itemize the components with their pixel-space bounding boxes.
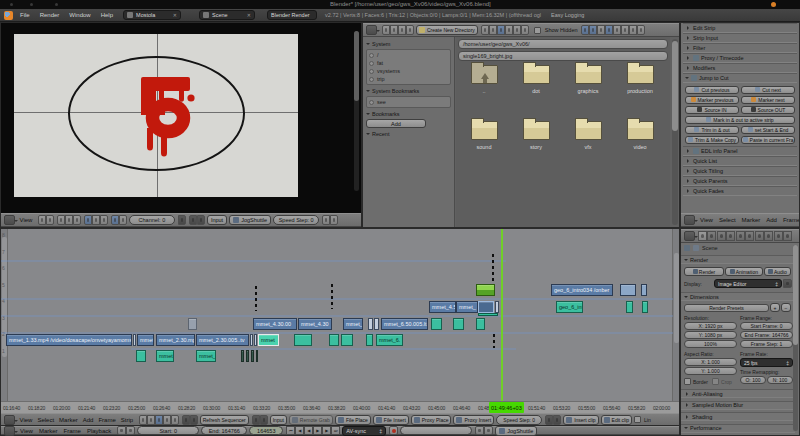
toggle-icon[interactable] xyxy=(92,215,100,225)
menu-window[interactable]: Window xyxy=(64,12,95,18)
folder-item[interactable]: video xyxy=(614,121,666,150)
toggle-icon[interactable] xyxy=(73,215,81,225)
panel-jump-to-cut[interactable]: Jump to Cut xyxy=(683,73,797,83)
jump-button[interactable]: Trim & Make Copy xyxy=(685,136,739,145)
strip[interactable]: mmet xyxy=(156,350,174,362)
strip[interactable]: mmet_4.30 xyxy=(298,318,332,330)
filename-field[interactable]: single169_bright.jpg xyxy=(458,51,668,61)
editor-type-icon[interactable] xyxy=(4,215,15,225)
strip[interactable] xyxy=(254,334,257,346)
snap-icon[interactable] xyxy=(189,215,197,225)
system-item[interactable]: / xyxy=(369,51,448,59)
strip[interactable] xyxy=(136,350,146,362)
filter-image-icon[interactable] xyxy=(597,25,605,35)
folder-item[interactable]: production xyxy=(614,65,666,94)
filter-movie-icon[interactable] xyxy=(605,25,613,35)
animation-button[interactable]: Animation xyxy=(725,267,763,276)
seq-button[interactable]: File Insert xyxy=(373,415,409,425)
sequencer-canvas[interactable]: 87654321 geo_6_intro034 /onbermmet_4.5mm… xyxy=(1,229,679,401)
blender-icon[interactable] xyxy=(4,11,13,20)
up-icon[interactable] xyxy=(398,25,406,35)
speed-step-slider[interactable]: Speed Step: 0 xyxy=(273,215,319,225)
aspect-y-field[interactable]: Y: 1.000 xyxy=(684,367,737,375)
strip[interactable] xyxy=(368,318,373,330)
bookmarks-header[interactable]: Bookmarks xyxy=(366,111,451,117)
toggle-icon[interactable] xyxy=(171,415,179,425)
editor-type-icon[interactable] xyxy=(4,426,15,436)
strip[interactable]: mmet_1.33.mp4 /video/dosacape/onvetyayam… xyxy=(6,334,132,346)
strip[interactable]: geo_6_intro034 /onber xyxy=(551,284,613,296)
constraints-tab[interactable] xyxy=(736,231,745,241)
system-bookmarks-header[interactable]: System Bookmarks xyxy=(366,88,451,94)
strip[interactable] xyxy=(133,334,136,346)
av-sync-dropdown[interactable]: AV-sync‡ xyxy=(342,426,386,436)
aspect-x-field[interactable]: X: 1.000 xyxy=(684,358,737,366)
jump-button[interactable]: Cut next xyxy=(741,86,795,95)
editor-type-icon[interactable] xyxy=(684,215,695,225)
timeline-marker[interactable] xyxy=(493,334,495,348)
strip[interactable]: geo_6_int xyxy=(556,301,583,313)
strip[interactable] xyxy=(250,334,253,346)
system-panel-header[interactable]: System xyxy=(366,41,451,47)
filter-blend-icon[interactable] xyxy=(589,25,597,35)
strip[interactable]: mmet xyxy=(137,334,154,346)
toggle-icon[interactable] xyxy=(57,215,65,225)
panel-quick-titling[interactable]: Quick Titling xyxy=(683,166,797,176)
sequencer-scrollbar[interactable] xyxy=(672,229,679,401)
panel-strip-input[interactable]: Strip Input xyxy=(683,33,797,43)
strip[interactable] xyxy=(294,334,312,346)
render-button[interactable]: Render xyxy=(684,267,724,276)
remote-grab-button[interactable]: Remote Grab xyxy=(289,415,333,425)
snap-icon[interactable] xyxy=(182,415,190,425)
panel-quick-parents[interactable]: Quick Parents xyxy=(683,176,797,186)
jump-end-button[interactable]: ⏭ xyxy=(331,426,340,435)
long-list-icon[interactable] xyxy=(489,25,497,35)
pin-icon[interactable] xyxy=(178,215,186,225)
menu-file[interactable]: File xyxy=(15,12,35,18)
toggle-icon[interactable] xyxy=(84,215,92,225)
render-engine-selector[interactable]: Blender Render xyxy=(267,10,317,20)
system-item[interactable]: vsystems xyxy=(369,67,448,75)
toggle-icon[interactable] xyxy=(65,215,73,225)
resolution-x-field[interactable]: X: 1920 px xyxy=(684,322,737,330)
menu-render[interactable]: Render xyxy=(35,12,65,18)
strip[interactable]: mmet_4.30.00 xyxy=(253,318,297,330)
render-tab[interactable] xyxy=(698,231,707,241)
view-menu[interactable]: View xyxy=(17,217,35,223)
filter-folder-icon[interactable] xyxy=(581,25,589,35)
lock-icon[interactable] xyxy=(322,215,330,225)
lock-icon[interactable] xyxy=(783,279,792,288)
panel-quick-list[interactable]: Quick List xyxy=(683,156,797,166)
panel-sampled-motion-blur[interactable]: Sampled Motion Blur xyxy=(681,401,795,410)
jogshuttle-button[interactable]: JogShuttle xyxy=(495,426,537,436)
panel-edit-strip[interactable]: Edit Strip xyxy=(683,23,797,33)
properties-scrollbar[interactable] xyxy=(793,245,798,431)
seq-button[interactable]: File Place xyxy=(335,415,371,425)
strip[interactable] xyxy=(620,284,636,296)
screen-layout-selector[interactable]: Mostola ✕ xyxy=(123,10,181,20)
strip[interactable] xyxy=(642,301,648,313)
path-field[interactable]: /home/user/geo/gws_Xv06/ xyxy=(458,39,668,49)
jump-button[interactable]: Paste in current Fra xyxy=(741,136,795,145)
strip[interactable] xyxy=(478,301,494,313)
next-icon[interactable] xyxy=(484,426,493,435)
refresh-sequencer-button[interactable]: Refresh Sequencer xyxy=(200,415,249,425)
menu-frame[interactable]: Frame xyxy=(96,417,118,423)
system-bookmark-item[interactable]: see xyxy=(369,98,448,106)
strip[interactable]: mmet_ xyxy=(456,301,478,313)
speed-step-slider[interactable]: Speed Step: 0 xyxy=(496,415,542,425)
display-dropdown[interactable]: Image Editor‡ xyxy=(714,279,782,288)
toggle-icon[interactable] xyxy=(163,415,171,425)
remove-preset-button[interactable]: − xyxy=(781,303,791,312)
input-button[interactable]: Input xyxy=(207,215,227,225)
folder-item[interactable]: vfx xyxy=(562,121,614,150)
preview-scrollbar[interactable] xyxy=(354,31,359,191)
add-preset-button[interactable]: + xyxy=(770,303,780,312)
toggle-icon[interactable] xyxy=(119,215,127,225)
back-icon[interactable] xyxy=(382,25,390,35)
sort-time-icon[interactable] xyxy=(521,25,529,35)
filter-script-icon[interactable] xyxy=(613,25,621,35)
strip[interactable] xyxy=(256,350,258,362)
scene-tab[interactable] xyxy=(707,231,716,241)
system-item[interactable]: trip xyxy=(369,75,448,83)
